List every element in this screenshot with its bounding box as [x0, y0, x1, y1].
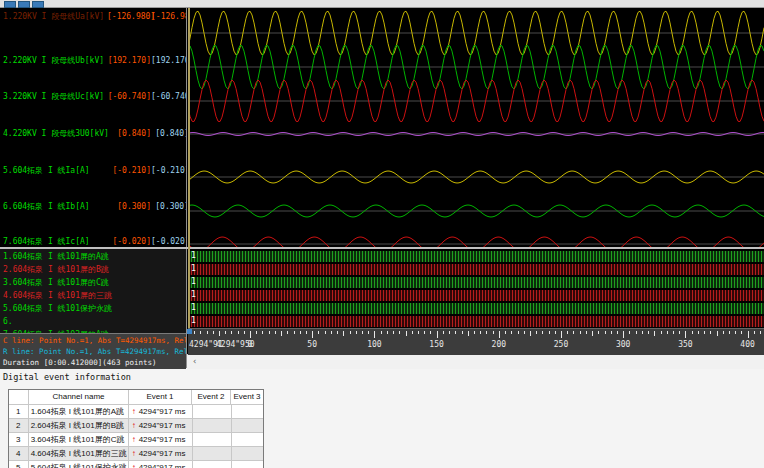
axis-tick	[605, 331, 606, 334]
digital-state-label: 1	[191, 276, 196, 287]
table-row[interactable]: 55.604拓泉 I 线101保护永跳↑4294"917 ms	[9, 460, 263, 468]
axis-tick	[661, 331, 662, 334]
digital-channel-row-6[interactable]: 6.	[0, 316, 186, 328]
axis-tick	[567, 331, 568, 334]
axis-tick	[437, 331, 438, 338]
axis-tick-label: 350	[678, 340, 692, 349]
table-cell: 4.604拓泉 I 线101屏的三跳	[28, 447, 128, 460]
analog-channel-row-2[interactable]: 2.220KV I 段母线Ub[kV][192.170][192.170]	[0, 55, 186, 67]
axis-tick	[741, 331, 742, 334]
axis-tick	[654, 331, 655, 336]
toolbar-icon-3[interactable]	[32, 1, 44, 8]
digital-state-label: 1	[191, 263, 196, 274]
toolbar-icon-1[interactable]	[4, 1, 16, 8]
toolbar-strip	[0, 0, 764, 8]
table-row[interactable]: 22.604拓泉 I 线101屏的B跳↑4294"917 ms	[9, 418, 263, 432]
table-header-cell: Channel name	[28, 390, 128, 404]
table-cell	[192, 447, 230, 460]
axis-tick	[685, 331, 686, 338]
axis-tick	[729, 331, 730, 334]
analog-channel-row-5[interactable]: 5.604拓泉 I 线Ia[A][-0.210][-0.210]	[0, 165, 186, 177]
table-header-cell: Event 1	[128, 390, 191, 404]
panel-splitter[interactable]	[186, 8, 187, 368]
table-cell: ↑4294"917 ms	[128, 405, 193, 418]
rising-edge-arrow-icon: ↑	[132, 421, 136, 430]
time-axis[interactable]: 4294"91 4294"950 05010015020025030035040…	[188, 328, 764, 355]
axis-tick	[698, 331, 699, 334]
channel-name: 3.220KV I 段母线Uc[kV]	[3, 91, 111, 103]
digital-channel-row-2[interactable]: 2.604拓泉 I 线101屏的B跳	[0, 264, 186, 276]
cursor-position-marker[interactable]	[187, 329, 192, 334]
axis-tick	[474, 331, 475, 334]
cursor-value-r: [192.170]	[151, 55, 186, 67]
channel-name: 1.220KV I 段母线Ua[kV]	[2, 11, 112, 23]
duration-status: Duration [0:00.412000](463 points)	[3, 358, 157, 367]
analog-channel-row-4[interactable]: 4.220KV I 段母线3U0[kV][0.840][0.840]	[0, 128, 186, 140]
table-cell: 2	[9, 419, 28, 432]
axis-tick	[611, 331, 612, 334]
digital-channel-row-3[interactable]: 3.604拓泉 I 线101屏的C跳	[0, 277, 186, 289]
axis-tick-label: 100	[367, 340, 381, 349]
table-cell: 4	[9, 447, 28, 460]
channel-name: 5.604拓泉 I 线Ia[A]	[3, 165, 111, 177]
axis-tick	[760, 331, 761, 334]
analog-channel-row-1[interactable]: 1.220KV I 段母线Ua[kV][-126.980][-126.980]	[0, 11, 186, 23]
rising-edge-arrow-icon: ↑	[132, 407, 136, 416]
analog-waveform-canvas[interactable]	[188, 8, 764, 248]
cursor-value-c: [-60.740]	[107, 91, 151, 103]
analog-digital-separator	[0, 247, 764, 249]
axis-tick	[281, 331, 282, 336]
cursor-value-c: [-0.210]	[107, 165, 151, 177]
axis-tick	[648, 331, 649, 334]
table-header-cell	[9, 390, 28, 404]
axis-tick	[480, 331, 481, 334]
table-cell: ↑4294"917 ms	[128, 461, 193, 468]
axis-tick	[536, 331, 537, 334]
digital-channel-row-5[interactable]: 5.604拓泉 I 线101保护永跳	[0, 303, 186, 315]
table-cell: ↑4294"917 ms	[128, 419, 193, 432]
axis-tick-label: 150	[429, 340, 443, 349]
axis-tick	[356, 331, 357, 334]
digital-channel-row-1[interactable]: 1.604拓泉 I 线101屏的A跳	[0, 251, 186, 263]
digital-event-panel: Digital event information Channel nameEv…	[0, 368, 764, 468]
analog-channel-row-3[interactable]: 3.220KV I 段母线Uc[kV][-60.740][-60.740]	[0, 91, 186, 103]
digital-trace-bar-1: 1	[189, 251, 764, 262]
c-line-status: C line: Point No.=1, Abs T=4294917ms, Re…	[3, 336, 186, 345]
digital-channel-row-4[interactable]: 4.604拓泉 I 线101屏的三跳	[0, 290, 186, 302]
table-row[interactable]: 11.604拓泉 I 线101屏的A跳↑4294"917 ms	[9, 404, 263, 418]
axis-tick	[244, 331, 245, 334]
axis-tick	[231, 331, 232, 334]
cursor-value-r: [-0.210]	[151, 165, 186, 177]
table-cell	[192, 433, 230, 446]
toolbar-icon-2[interactable]	[18, 1, 30, 8]
table-row[interactable]: 33.604拓泉 I 线101屏的C跳↑4294"917 ms	[9, 432, 263, 446]
table-row[interactable]: 44.604拓泉 I 线101屏的三跳↑4294"917 ms	[9, 446, 263, 460]
axis-tick	[717, 331, 718, 336]
axis-tick	[449, 331, 450, 334]
axis-tick	[754, 331, 755, 334]
cursor-value-r: [-60.740]	[151, 91, 186, 103]
table-header-row: Channel nameEvent 1Event 2Event 3	[9, 390, 263, 404]
channel-name: 6.604拓泉 I 线Ib[A]	[3, 201, 111, 213]
axis-tick-label: 250	[554, 340, 568, 349]
table-cell	[231, 405, 263, 418]
axis-tick	[455, 331, 456, 334]
digital-state-label: 1	[191, 315, 196, 326]
time-cursor-line[interactable]	[188, 8, 190, 330]
axis-tick	[368, 331, 369, 334]
table-cell	[192, 461, 230, 468]
table-cell: 5.604拓泉 I 线101保护永跳	[28, 461, 128, 468]
axis-tick	[256, 331, 257, 334]
waveform-window: 1.220KV I 段母线Ua[kV][-126.980][-126.980]2…	[0, 8, 764, 368]
analog-channel-row-6[interactable]: 6.604拓泉 I 线Ib[A][0.300][0.300]	[0, 201, 186, 213]
digital-event-title: Digital event information	[3, 372, 131, 382]
axis-tick	[225, 331, 226, 334]
axis-tick	[723, 331, 724, 334]
scroll-left-arrow-icon[interactable]: ‹	[192, 356, 197, 366]
axis-tick	[306, 331, 307, 334]
cursor-value-c: [0.300]	[107, 201, 151, 213]
rising-edge-arrow-icon: ↑	[132, 435, 136, 444]
horizontal-scrollbar[interactable]: ‹	[187, 354, 764, 369]
table-cell: 5	[9, 461, 28, 468]
axis-tick	[549, 331, 550, 334]
